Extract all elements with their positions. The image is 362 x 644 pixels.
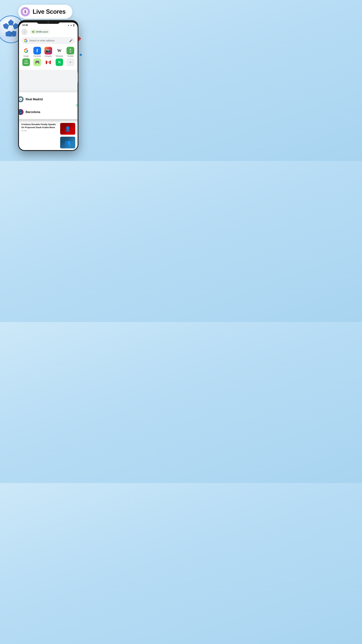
- quick-link-gmail[interactable]: [43, 58, 53, 67]
- wifi-icon: ▲: [67, 24, 69, 26]
- ronaldo-photo: 👤: [60, 123, 75, 135]
- live-scores-title: Live Scores: [33, 8, 66, 15]
- phone-mockup: 12:30 ▲ ▲ ▐ ⋮ 🌿 250MB saved: [18, 20, 78, 151]
- quick-link-gamepad[interactable]: 🎮: [32, 58, 42, 67]
- quick-link-wikihow[interactable]: wiki How: [21, 58, 31, 67]
- svg-text:FCB: FCB: [19, 112, 22, 113]
- news-time-1: 10 min: [21, 130, 58, 132]
- quick-label-football: Football: [67, 55, 73, 57]
- benzema-photo: 👥: [60, 137, 75, 148]
- quick-link-instagram[interactable]: 📷 Instagram: [43, 47, 53, 57]
- football-icon: [21, 7, 30, 16]
- score-row-barcelona: FCB Barcelona 2: [19, 108, 78, 116]
- quick-label-instagram: Instagram: [44, 55, 52, 57]
- news-item-1[interactable]: Cristiano Ronaldo Finally Speaks On Prop…: [21, 123, 75, 135]
- team2-name: Barcelona: [26, 110, 77, 114]
- svg-text:RM: RM: [19, 98, 21, 100]
- browser-top-bar: ⋮ 🌿 250MB saved: [21, 29, 75, 35]
- search-placeholder: Search or enter address: [29, 39, 67, 42]
- search-bar[interactable]: Search or enter address 🎤: [21, 37, 75, 44]
- quick-label-google: Google: [23, 55, 29, 57]
- quick-link-facebook[interactable]: f Facebook: [32, 47, 42, 57]
- quick-label-facebook: Facebook: [33, 55, 41, 57]
- team1-score: 2: [76, 98, 78, 101]
- quick-link-google[interactable]: Google: [21, 47, 31, 57]
- status-time: 12:30: [22, 24, 28, 26]
- google-logo: [24, 39, 28, 42]
- browser-content: ⋮ 🌿 250MB saved Search or enter address …: [19, 27, 78, 70]
- match-info: 2: [74, 98, 78, 101]
- savings-badge: 🌿 250MB saved: [29, 30, 50, 34]
- quick-label-wikipedia: Wikipedia: [56, 55, 63, 57]
- quick-link-wikipedia[interactable]: W Wikipedia: [54, 47, 64, 57]
- quick-access-grid: Google f Facebook 📷 Instagram W Wikipedi…: [21, 47, 75, 67]
- status-icons: ▲ ▲ ▐: [67, 24, 74, 26]
- news-item-2[interactable]: 👥: [21, 137, 75, 148]
- barcelona-logo: FCB: [19, 109, 24, 115]
- match-time: 70': [76, 104, 78, 107]
- battery-icon: ▐: [73, 24, 74, 26]
- confetti-blue: [79, 53, 82, 56]
- phone-camera: [47, 22, 49, 23]
- more-button[interactable]: ⋮: [21, 29, 28, 35]
- real-madrid-logo: RM: [19, 96, 24, 102]
- signal-icon: ▲: [70, 24, 72, 26]
- news-image-2: 👥: [60, 137, 75, 148]
- news-title-1: Cristiano Ronaldo Finally Speaks On Prop…: [21, 123, 58, 129]
- quick-link-football[interactable]: A ⚽ Football: [65, 47, 75, 57]
- quick-link-add[interactable]: +: [65, 58, 75, 67]
- news-text-1: Cristiano Ronaldo Finally Speaks On Prop…: [21, 123, 58, 135]
- quick-link-naver[interactable]: N: [54, 58, 64, 67]
- news-text-2: [21, 137, 58, 148]
- news-image-1: 👤: [60, 123, 75, 135]
- live-scores-banner: Live Scores: [18, 5, 72, 19]
- leaf-icon: 🌿: [32, 30, 34, 33]
- team1-name: Real Madrid: [26, 98, 72, 101]
- phone-screen: 12:30 ▲ ▲ ▐ ⋮ 🌿 250MB saved: [19, 22, 78, 150]
- savings-text: 250MB saved: [35, 31, 48, 33]
- score-row-real-madrid: RM Real Madrid 2: [19, 95, 78, 103]
- score-card: RM Real Madrid 2 70' ★: [19, 92, 78, 119]
- news-section: Cristiano Ronaldo Finally Speaks On Prop…: [19, 121, 78, 150]
- microphone-icon[interactable]: 🎤: [69, 39, 72, 42]
